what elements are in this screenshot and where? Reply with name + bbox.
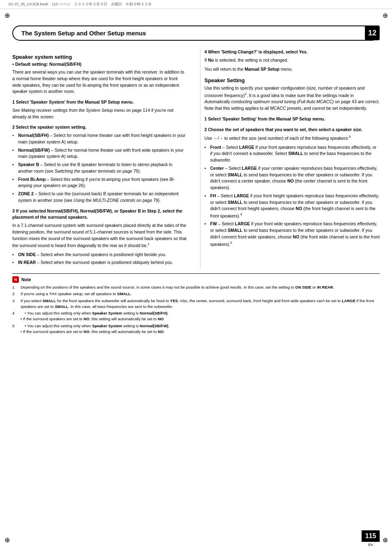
chapter-title: The System Setup and Other Setup menus xyxy=(21,30,146,37)
right-column: 4 When 'Setting Change?' is displayed, s… xyxy=(200,49,380,268)
note-item-1: 1 Depending on the positions of the spea… xyxy=(12,284,380,290)
section2-intro: Use this setting to specify your speaker… xyxy=(205,85,380,112)
corner-mark-br: ⊕ xyxy=(381,536,389,543)
list-item: FW – Select LARGE if your front wide spe… xyxy=(205,221,380,247)
page-container: SC-37_35_UXJCB.book 115 ページ ２０１０年３月９日 火曜… xyxy=(0,0,392,555)
step4-body2: You will return to the Manual SP Setup m… xyxy=(205,66,380,73)
section1-title: Speaker system setting xyxy=(12,54,188,60)
note-icon: N xyxy=(12,276,19,283)
list-item: Front Bi-Amp – Select this setting if yo… xyxy=(12,176,188,190)
note-item-2: 2 If you're using a THX speaker setup, s… xyxy=(12,291,380,297)
file-info-text: SC-37_35_UXJCB.book 115 ページ ２０１０年３月９日 火曜… xyxy=(8,2,152,7)
section1-subtitle-value: Normal(SB/FH) xyxy=(49,62,81,67)
content-area: Speaker system setting • Default setting… xyxy=(12,49,380,268)
left-step3-body: In a 7.1-channel surround system with su… xyxy=(12,222,188,249)
left-step1-body: See Making receiver settings from the Sy… xyxy=(12,107,188,120)
chapter-number: 12 xyxy=(365,25,380,40)
note-header: N Note xyxy=(12,276,380,283)
step2-bullet-list: Normal(SB/FH) – Select for normal home t… xyxy=(12,132,188,204)
list-item: Normal(SB/FH) – Select for normal home t… xyxy=(12,132,188,146)
note-section: N Note 1 Depending on the positions of t… xyxy=(12,273,380,335)
note-list: 1 Depending on the positions of the spea… xyxy=(12,284,380,335)
left-step3-heading: 3 If you selected Normal(SB/FH), Normal(… xyxy=(12,208,188,221)
left-column: Speaker system setting • Default setting… xyxy=(12,49,192,268)
step4-body1: If No is selected, the setting is not ch… xyxy=(205,57,380,64)
step4-heading: 4 When 'Setting Change?' is displayed, s… xyxy=(205,49,380,56)
corner-mark-bl: ⊕ xyxy=(3,536,11,543)
list-item: ZONE 2 – Select to use the (surround bac… xyxy=(12,191,188,204)
list-item: FH – Select LARGE if your front height s… xyxy=(205,193,380,220)
note-title: Note xyxy=(21,277,31,282)
left-step1-heading: 1 Select 'Speaker System' from the Manua… xyxy=(12,99,188,106)
right-step1-heading: 1 Select 'Speaker Setting' from the Manu… xyxy=(205,116,380,123)
right-step2-heading: 2 Choose the set of speakers that you wa… xyxy=(205,127,380,133)
section2-title: Speaker Setting xyxy=(205,77,380,83)
section1-subtitle: • Default setting: Normal(SB/FH) xyxy=(12,62,188,67)
step3-bullet-list: ON SIDE – Select when the surround speak… xyxy=(12,252,188,266)
list-item: ON SIDE – Select when the surround speak… xyxy=(12,252,188,258)
section1-subtitle-prefix: • Default setting: xyxy=(12,62,49,67)
left-step2-heading: 2 Select the speaker system setting. xyxy=(12,124,188,131)
page-number: 115 xyxy=(362,530,380,542)
chapter-header: The System Setup and Other Setup menus 1… xyxy=(12,25,380,41)
note-item-5: 5 • You can adjust this setting only whe… xyxy=(12,323,380,335)
list-item: IN REAR – Select when the surround speak… xyxy=(12,259,188,266)
corner-mark-tl: ⊕ xyxy=(3,12,11,19)
right-step2-body: Use ←/→ to select the size (and number) … xyxy=(205,134,380,141)
list-item: Front – Select LARGE if your front speak… xyxy=(205,144,380,164)
note-item-3: 3 If you select SMALL for the front spea… xyxy=(12,298,380,310)
list-item: Normal(SB/FW) – Select for normal home t… xyxy=(12,147,188,160)
list-item: Center – Select LARGE if your center spe… xyxy=(205,165,380,191)
corner-mark-tr: ⊕ xyxy=(381,12,389,19)
section1-intro: There are several ways you can use the s… xyxy=(12,69,188,95)
list-item: Speaker B – Select to use the B speaker … xyxy=(12,162,188,175)
page-footer: 115 En xyxy=(362,530,380,547)
note-item-4: 4 • You can adjust this setting only whe… xyxy=(12,310,380,322)
right-step2-bullet-list: Front – Select LARGE if your front speak… xyxy=(205,144,380,247)
file-info-bar: SC-37_35_UXJCB.book 115 ページ ２０１０年３月９日 火曜… xyxy=(0,0,392,9)
page-lang: En xyxy=(368,543,373,547)
